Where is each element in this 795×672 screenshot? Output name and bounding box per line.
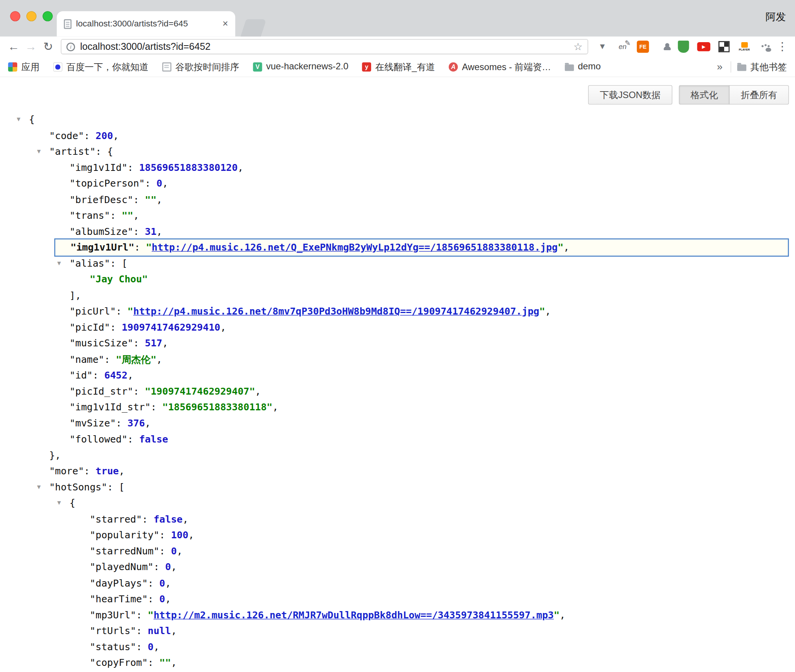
json-token-p: , — [171, 561, 177, 572]
collapse-toggle-icon[interactable]: ▼ — [37, 479, 41, 495]
json-line: "albumSize": 31, — [0, 223, 795, 239]
json-token-n: 0 — [159, 593, 165, 604]
json-token-q: " — [554, 609, 559, 620]
icon-youdao: y — [362, 62, 371, 71]
json-token-p: : — [128, 433, 139, 444]
bookmark-item[interactable]: demo — [565, 61, 601, 72]
icon-apps — [8, 62, 17, 71]
json-line: "status": 0, — [0, 639, 795, 655]
json-token-p: , — [171, 657, 177, 668]
forward-button[interactable]: → — [22, 41, 39, 52]
json-line: "mvSize": 376, — [0, 415, 795, 431]
json-token-n: 100 — [171, 529, 188, 540]
youtube-extension-icon[interactable]: ▶ — [697, 42, 710, 51]
minimize-window-button[interactable] — [26, 11, 36, 21]
collapse-all-button[interactable]: 折叠所有 — [729, 85, 789, 104]
close-window-button[interactable] — [10, 11, 20, 21]
format-button[interactable]: 格式化 — [679, 85, 730, 104]
json-token-n: 0 — [165, 561, 171, 572]
json-token-p: , — [128, 369, 133, 380]
bookmark-item[interactable]: 应用 — [8, 61, 39, 73]
bookmark-item[interactable]: 谷歌按时间排序 — [162, 61, 239, 73]
fehelper-extension-icon[interactable]: FE — [637, 41, 649, 53]
json-token-p: , — [255, 385, 261, 397]
json-token-p: : — [134, 241, 146, 252]
json-token-b: false — [139, 433, 168, 444]
bookmark-label: vue-hackernews-2.0 — [266, 61, 348, 72]
dropdown-flag-extension-icon[interactable]: ▼ — [592, 39, 612, 55]
json-token-n: 0 — [159, 577, 165, 588]
bookmark-item[interactable]: Vvue-hackernews-2.0 — [253, 61, 348, 72]
bookmark-star-icon[interactable]: ☆ — [574, 41, 583, 53]
json-token-p: , — [154, 641, 159, 652]
browser-tab[interactable]: localhost:3000/artists?id=645 × — [57, 11, 235, 36]
json-token-k: "dayPlays" — [90, 577, 147, 588]
profile-extension-icon[interactable] — [657, 41, 669, 53]
shield-extension-icon[interactable] — [678, 41, 689, 53]
other-bookmarks[interactable]: 其他书签 — [737, 61, 787, 73]
json-token-k: "briefDesc" — [69, 193, 133, 205]
json-line: ▼{ — [0, 111, 795, 128]
json-token-q: " — [148, 609, 154, 620]
bookmark-item[interactable]: AAwesomes - 前端资… — [449, 61, 551, 73]
bookmark-item[interactable]: 百度一下，你就知道 — [53, 61, 149, 73]
json-token-p: : — [84, 465, 95, 476]
json-viewer: ▼{"code": 200,▼"artist": {"img1v1Id": 18… — [0, 111, 795, 671]
profile-name[interactable]: 阿发 — [766, 10, 786, 24]
json-line: ▼"hotSongs": [ — [0, 479, 795, 495]
info-icon[interactable] — [66, 43, 75, 51]
json-token-k: "name" — [69, 353, 104, 364]
zoom-window-button[interactable] — [43, 11, 52, 21]
json-token-k: "picId" — [69, 321, 110, 333]
bookmarks-bar: 应用百度一下，你就知道谷歌按时间排序Vvue-hackernews-2.0y在线… — [0, 57, 795, 77]
json-token-q: " — [146, 241, 152, 252]
json-token-p: : — [159, 529, 171, 540]
json-token-k: "trans" — [69, 210, 110, 221]
json-token-p: : — [133, 193, 145, 205]
json-line: ▼"artist": { — [0, 144, 795, 160]
json-line: "picUrl": "http://p4.music.126.net/8mv7q… — [0, 303, 795, 320]
json-token-p: : — [136, 625, 148, 636]
json-token-k: "code" — [49, 129, 84, 141]
json-token-p: { — [29, 114, 34, 125]
bookmarks-overflow-chevron[interactable]: » — [713, 61, 726, 72]
player-extension-icon[interactable]: PLAYER — [734, 39, 754, 55]
json-line: "picId": 19097417462929410, — [0, 319, 795, 335]
bookmark-item[interactable]: y在线翻译_有道 — [362, 61, 435, 73]
back-button[interactable]: ← — [5, 41, 22, 52]
collapse-toggle-icon[interactable]: ▼ — [57, 256, 61, 272]
json-url-link[interactable]: http://p4.music.126.net/Q_ExePNkmgB2yWyL… — [152, 241, 558, 252]
window-controls — [10, 11, 52, 21]
json-url-link[interactable]: http://m2.music.126.net/RMJR7wDullRqppBk… — [154, 609, 554, 620]
json-token-n: 376 — [128, 417, 145, 428]
paw-extension-icon[interactable] — [759, 41, 771, 53]
json-token-p: , — [119, 465, 124, 476]
download-json-button[interactable]: 下载JSON数据 — [588, 85, 672, 104]
address-bar[interactable]: localhost:3000/artists?id=6452 ☆ — [61, 39, 588, 54]
reload-button[interactable]: ↻ — [39, 41, 57, 52]
json-token-p: : — [136, 641, 148, 652]
json-line: "dayPlays": 0, — [0, 575, 795, 591]
collapse-toggle-icon[interactable]: ▼ — [37, 144, 41, 160]
collapse-toggle-icon[interactable]: ▼ — [17, 111, 21, 128]
extensions-row: ▼enFE▶PLAYER — [592, 39, 775, 55]
json-token-s: "Jay Chou" — [90, 274, 147, 285]
json-url-link[interactable]: http://p4.music.126.net/8mv7qP30Pd3oHW8b… — [133, 305, 539, 316]
json-token-k: "popularity" — [90, 529, 159, 540]
json-token-k: "artist" — [49, 146, 95, 157]
qrcode-extension-icon[interactable] — [718, 41, 730, 52]
collapse-toggle-icon[interactable]: ▼ — [57, 495, 61, 511]
tab-close-icon[interactable]: × — [221, 18, 228, 30]
json-token-k: "topicPerson" — [69, 177, 145, 188]
json-token-n: 200 — [96, 129, 113, 141]
json-line: "topicPerson": 0, — [0, 175, 795, 192]
translate-pen-extension-icon[interactable]: en — [612, 39, 633, 55]
new-tab-button[interactable] — [240, 19, 267, 36]
tab-strip: localhost:3000/artists?id=645 × 阿发 — [0, 0, 795, 36]
json-line: "img1v1Id": 18569651883380120, — [0, 159, 795, 175]
json-token-p: , — [157, 193, 162, 205]
json-token-p: , — [162, 337, 168, 348]
menu-icon[interactable]: ⋮ — [775, 40, 790, 53]
json-token-p: ], — [69, 289, 81, 300]
json-token-k: "starredNum" — [90, 545, 159, 556]
